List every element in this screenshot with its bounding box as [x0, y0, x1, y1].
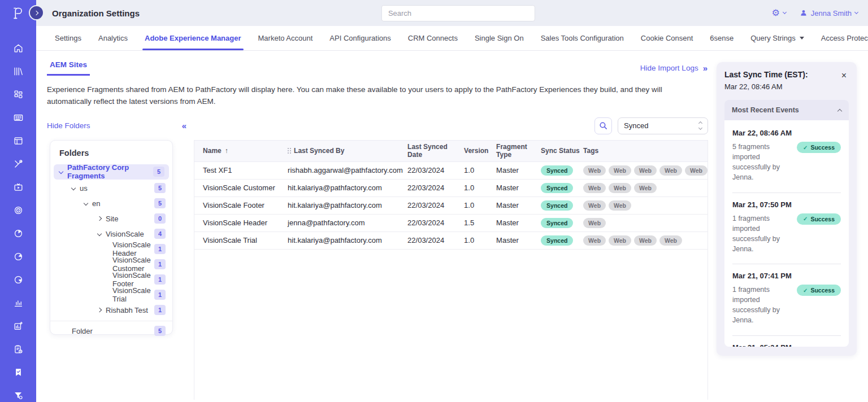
column-header-last-synced-by[interactable]: Last Synced By	[288, 147, 407, 155]
hide-import-logs-link[interactable]: Hide Import Logs »	[640, 63, 708, 73]
tv-play-icon	[13, 182, 24, 193]
table-row[interactable]: Test XF1 rishabh.aggarwal@pathfactory.co…	[194, 162, 708, 180]
tag-pill: Web	[634, 165, 657, 176]
most-recent-events-header[interactable]: Most Recent Events	[724, 100, 849, 120]
sidebar-item-target[interactable]	[12, 205, 24, 215]
cell-last-synced-date: 22/03/2024	[407, 183, 464, 192]
tree-item-site[interactable]: Site 0	[50, 211, 172, 226]
table-search-button[interactable]	[594, 117, 612, 134]
sync-status-badge: Synced	[541, 200, 573, 211]
last-sync-time-title: Last Sync Time (EST):	[724, 70, 808, 79]
user-menu[interactable]: Jenna Smith	[800, 9, 858, 18]
cell-version: 1.0	[464, 166, 496, 174]
sidebar-item-insights-2[interactable]	[12, 251, 24, 261]
sidebar-item-filter[interactable]	[12, 390, 24, 400]
sidebar-item-modules[interactable]	[12, 89, 24, 99]
tree-item-rishabh-test[interactable]: Rishabh Test 1	[50, 303, 172, 318]
sync-status-filter-select[interactable]: Synced	[618, 117, 708, 134]
table-row[interactable]: VisionScale Header jenna@pathfactory.com…	[194, 215, 708, 232]
main-content: AEM Sites Hide Import Logs » Experience …	[36, 51, 868, 402]
tab-crm-connects[interactable]: CRM Connects	[400, 26, 466, 50]
sidebar-item-insights-1[interactable]	[12, 228, 24, 238]
drag-handle-icon[interactable]	[288, 148, 289, 149]
cell-name: VisionScale Trial	[203, 236, 288, 244]
expand-sidebar-button[interactable]	[29, 5, 44, 20]
check-icon: ✓	[803, 216, 808, 222]
tree-item-visionscale-customer[interactable]: VisionScale Customer 1	[50, 257, 172, 272]
left-nav-rail	[0, 0, 36, 402]
sidebar-item-pages[interactable]	[12, 136, 24, 146]
column-header-tags[interactable]: Tags	[583, 147, 708, 155]
tree-item-folder[interactable]: Folder 5	[50, 324, 172, 339]
cell-last-synced-by: hit.kalariya@pathfactory.com	[288, 183, 407, 192]
table-row[interactable]: VisionScale Trial hit.kalariya@pathfacto…	[194, 232, 708, 250]
tab-cookie-consent[interactable]: Cookie Consent	[632, 26, 702, 50]
tab-adobe-experience-manager[interactable]: Adobe Experience Manager	[136, 26, 250, 50]
sidebar-item-bookmarks[interactable]	[12, 367, 24, 377]
column-header-version[interactable]: Version	[464, 147, 496, 155]
gear-icon: ⚙	[771, 8, 779, 18]
column-header-name[interactable]: Name ↑	[203, 147, 288, 155]
cell-fragment-type: Master	[496, 183, 541, 192]
tree-divider	[50, 321, 172, 321]
hide-folders-link[interactable]: Hide Folders	[47, 121, 90, 130]
sync-status-filter-value: Synced	[624, 121, 648, 130]
tree-item-us[interactable]: us 5	[50, 181, 172, 196]
sidebar-item-tasks[interactable]	[12, 344, 24, 354]
sidebar-item-report-builder[interactable]	[12, 321, 24, 331]
column-header-sync-status[interactable]: Sync Status	[541, 147, 583, 155]
tag-pill: Web	[609, 200, 631, 211]
tab-api-configurations[interactable]: API Configurations	[321, 26, 399, 50]
tab-marketo-account[interactable]: Marketo Account	[250, 26, 322, 50]
sidebar-item-home[interactable]	[12, 43, 24, 53]
tab-sales-tools-configuration[interactable]: Sales Tools Configuration	[532, 26, 632, 50]
tab-single-sign-on[interactable]: Single Sign On	[466, 26, 532, 50]
cell-last-synced-date: 22/03/2024	[407, 201, 464, 209]
check-icon: ✓	[803, 145, 808, 151]
tab-access-protection[interactable]: Access Protection	[813, 26, 868, 50]
tree-item-visionscale-footer[interactable]: VisionScale Footer 1	[50, 272, 172, 287]
tree-item-visionscale-trial[interactable]: VisionScale Trial 1	[50, 287, 172, 303]
sidebar-item-templates[interactable]	[12, 112, 24, 123]
folder-count-badge: 5	[154, 183, 166, 193]
cell-name: VisionScale Customer	[203, 183, 288, 192]
sidebar-item-tools[interactable]	[12, 159, 24, 169]
cell-last-synced-date: 22/03/2024	[407, 236, 464, 244]
settings-menu[interactable]: ⚙	[771, 8, 785, 18]
tab-settings[interactable]: Settings	[46, 26, 90, 50]
cell-fragment-type: Master	[496, 166, 541, 174]
tree-item-visionscale[interactable]: VisionScale 4	[50, 226, 172, 242]
sync-status-badge: Synced	[541, 165, 573, 176]
sidebar-item-media[interactable]	[12, 182, 24, 192]
collapse-folders-icon[interactable]: «	[182, 121, 186, 130]
table-row[interactable]: VisionScale Customer hit.kalariya@pathfa…	[194, 180, 708, 197]
tree-item-en[interactable]: en 5	[50, 196, 172, 211]
sidebar-item-library[interactable]	[12, 66, 24, 76]
tree-item-visionscale-header[interactable]: VisionScale Header 1	[50, 242, 172, 257]
tree-item-pathfactory-corp-fragments[interactable]: PathFactory Corp Fragments 5	[54, 164, 169, 180]
column-header-last-synced-date[interactable]: Last Synced Date	[407, 143, 464, 159]
cell-name: Test XF1	[203, 166, 288, 174]
chevron-right-icon	[97, 308, 102, 312]
tab-6sense[interactable]: 6sense	[701, 26, 742, 50]
browser-layout-icon	[13, 136, 24, 146]
folder-count-badge: 1	[154, 274, 166, 285]
column-header-fragment-type[interactable]: Fragment Type	[496, 143, 541, 159]
chevron-down-icon	[97, 231, 102, 236]
success-badge: ✓ Success	[797, 142, 841, 153]
sidebar-item-analytics[interactable]	[12, 298, 24, 308]
tab-analytics[interactable]: Analytics	[90, 26, 136, 50]
close-panel-button[interactable]: ×	[839, 70, 849, 81]
user-icon	[800, 9, 808, 17]
table-row[interactable]: VisionScale Footer hit.kalariya@pathfact…	[194, 197, 708, 215]
event-item: Mar 21, 07:50 PM 1 fragments imported su…	[732, 193, 841, 265]
global-search-input[interactable]	[381, 5, 535, 21]
success-badge: ✓ Success	[797, 285, 841, 296]
chevron-down-icon	[84, 201, 88, 206]
tag-pill: Web	[583, 235, 606, 246]
sidebar-item-insights-3[interactable]	[12, 274, 24, 285]
subtab-aem-sites[interactable]: AEM Sites	[47, 60, 90, 76]
folder-count-badge: 0	[154, 213, 166, 224]
tab-query-strings[interactable]: Query Strings	[742, 26, 812, 50]
cell-version: 1.0	[464, 236, 496, 244]
